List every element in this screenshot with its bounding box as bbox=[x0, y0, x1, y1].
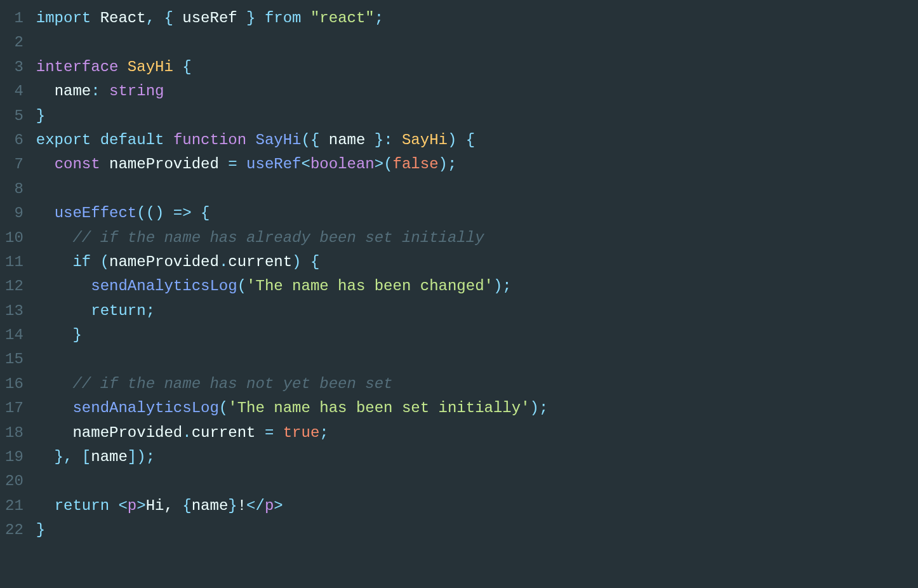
code-line[interactable] bbox=[36, 177, 918, 201]
token-type: SayHi bbox=[128, 55, 173, 79]
token-punctuation: ) { bbox=[448, 128, 475, 152]
code-line[interactable]: } bbox=[36, 104, 918, 128]
line-number: 3 bbox=[5, 55, 23, 79]
token-punctuation: { bbox=[173, 55, 192, 79]
code-editor[interactable]: 12345678910111213141516171819202122 impo… bbox=[0, 0, 918, 543]
token-default: name bbox=[55, 79, 91, 104]
code-line[interactable]: sendAnalyticsLog('The name has been chan… bbox=[36, 274, 918, 298]
line-number: 9 bbox=[5, 201, 23, 225]
token-default: current bbox=[192, 421, 256, 445]
code-line[interactable]: interface SayHi { bbox=[36, 55, 918, 79]
token-punctuation: } bbox=[36, 323, 82, 347]
token-function-name: sendAnalyticsLog bbox=[91, 274, 237, 298]
code-line[interactable]: return; bbox=[36, 299, 918, 323]
token-default bbox=[100, 152, 109, 177]
token-default bbox=[36, 79, 55, 104]
token-punctuation: ]); bbox=[128, 445, 155, 469]
token-punctuation: } bbox=[237, 6, 265, 30]
token-punctuation: > bbox=[274, 494, 283, 518]
token-operator: = bbox=[219, 152, 246, 177]
token-default: ! bbox=[237, 494, 246, 518]
token-keyword: p bbox=[265, 494, 274, 518]
token-punctuation: { bbox=[182, 494, 191, 518]
token-keyword2: return bbox=[91, 299, 145, 323]
token-punctuation: } bbox=[36, 518, 45, 542]
line-number: 6 bbox=[5, 128, 23, 152]
code-line[interactable]: const nameProvided = useRef<boolean>(fal… bbox=[36, 152, 918, 177]
token-function-name: sendAnalyticsLog bbox=[72, 396, 218, 420]
token-punctuation: }, [ bbox=[36, 445, 91, 469]
token-punctuation: . bbox=[182, 421, 191, 445]
line-number: 5 bbox=[5, 104, 23, 128]
token-default bbox=[36, 250, 73, 274]
code-line[interactable]: export default function SayHi({ name }: … bbox=[36, 128, 918, 152]
code-line[interactable]: }, [name]); bbox=[36, 445, 918, 469]
token-punctuation: ( bbox=[219, 396, 228, 420]
token-string: 'The name has been changed' bbox=[246, 274, 493, 298]
token-punctuation: { bbox=[192, 201, 210, 225]
line-number-gutter: 12345678910111213141516171819202122 bbox=[0, 6, 36, 543]
token-default bbox=[36, 226, 73, 250]
token-punctuation: > bbox=[136, 494, 145, 518]
code-line[interactable]: if (nameProvided.current) { bbox=[36, 250, 918, 274]
line-number: 14 bbox=[5, 323, 23, 347]
code-line[interactable] bbox=[36, 347, 918, 371]
token-punctuation: }: bbox=[365, 128, 402, 152]
token-operator: => bbox=[173, 201, 192, 225]
line-number: 20 bbox=[5, 469, 23, 493]
code-line[interactable]: } bbox=[36, 323, 918, 347]
token-default bbox=[36, 201, 55, 225]
code-line[interactable]: return <p>Hi, {name}!</p> bbox=[36, 494, 918, 518]
line-number: 12 bbox=[5, 274, 23, 298]
code-line[interactable]: useEffect(() => { bbox=[36, 201, 918, 225]
token-default bbox=[36, 494, 55, 518]
line-number: 16 bbox=[5, 372, 23, 396]
token-default: name bbox=[192, 494, 229, 518]
token-default bbox=[91, 128, 100, 152]
code-content[interactable]: import React, { useRef } from "react"; i… bbox=[36, 6, 918, 543]
token-punctuation: ) { bbox=[292, 250, 319, 274]
token-boolean: true bbox=[283, 421, 320, 445]
code-line[interactable]: name: string bbox=[36, 79, 918, 104]
token-default: current bbox=[228, 250, 292, 274]
token-function-name: useRef bbox=[246, 152, 301, 177]
token-punctuation: ); bbox=[530, 396, 549, 420]
token-punctuation: } bbox=[228, 494, 237, 518]
token-function-name: SayHi bbox=[256, 128, 302, 152]
line-number: 15 bbox=[5, 347, 23, 371]
line-number: 21 bbox=[5, 494, 23, 518]
token-default bbox=[36, 152, 55, 177]
code-line[interactable]: import React, { useRef } from "react"; bbox=[36, 6, 918, 30]
code-line[interactable]: nameProvided.current = true; bbox=[36, 421, 918, 445]
token-punctuation: ; bbox=[146, 299, 155, 323]
token-string: "react" bbox=[310, 6, 375, 30]
token-punctuation: >( bbox=[375, 152, 393, 177]
token-default bbox=[302, 6, 310, 30]
token-keyword2: return bbox=[55, 494, 109, 518]
token-keyword2: from bbox=[265, 6, 302, 30]
code-line[interactable]: sendAnalyticsLog('The name has been set … bbox=[36, 396, 918, 420]
line-number: 4 bbox=[5, 79, 23, 104]
code-line[interactable]: // if the name has already been set init… bbox=[36, 226, 918, 250]
token-default bbox=[36, 372, 73, 396]
token-comment: // if the name has already been set init… bbox=[72, 226, 484, 250]
line-number: 11 bbox=[5, 250, 23, 274]
token-default bbox=[91, 6, 100, 30]
token-punctuation: < bbox=[302, 152, 310, 177]
token-default bbox=[36, 396, 73, 420]
line-number: 7 bbox=[5, 152, 23, 177]
code-line[interactable] bbox=[36, 469, 918, 493]
line-number: 17 bbox=[5, 396, 23, 420]
token-keyword2: export bbox=[36, 128, 91, 152]
line-number: 10 bbox=[5, 226, 23, 250]
token-punctuation: ( bbox=[91, 250, 109, 274]
token-punctuation: < bbox=[118, 494, 127, 518]
token-default: nameProvided bbox=[72, 421, 182, 445]
code-line[interactable] bbox=[36, 30, 918, 55]
token-default: name bbox=[329, 128, 366, 152]
line-number: 2 bbox=[5, 30, 23, 55]
code-line[interactable]: } bbox=[36, 518, 918, 542]
code-line[interactable]: // if the name has not yet been set bbox=[36, 372, 918, 396]
line-number: 22 bbox=[5, 518, 23, 542]
line-number: 13 bbox=[5, 299, 23, 323]
